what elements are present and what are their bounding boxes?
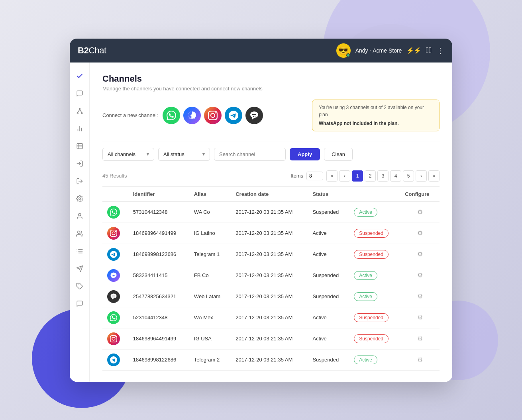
row-action-badge[interactable]: Active <box>354 292 377 301</box>
row-action-cell: Active <box>349 286 400 307</box>
page-2-btn[interactable]: 2 <box>365 170 376 182</box>
sidebar-item-comment[interactable] <box>73 297 87 311</box>
row-alias: Telegram 1 <box>189 244 231 265</box>
channel-select[interactable]: All channels <box>102 148 154 161</box>
sidebar-item-chart1[interactable] <box>73 121 87 136</box>
page-next-btn[interactable]: › <box>416 170 427 182</box>
lightning-icon: ⚡⚡ <box>406 47 421 54</box>
col-status: Status <box>308 187 349 201</box>
sidebar-item-logout[interactable] <box>73 174 87 188</box>
page-1-btn[interactable]: 1 <box>352 170 363 182</box>
page-5-btn[interactable]: 5 <box>403 170 414 182</box>
warning-box: You're using 3 channels out of 2 availab… <box>312 100 440 131</box>
row-configure-cell: ⚙ <box>400 223 440 244</box>
more-options-icon[interactable]: ⋮ <box>436 46 444 55</box>
sidebar-item-check[interactable] <box>73 69 87 83</box>
channels-table: Identifier Alias Creation date Status Co… <box>102 186 440 371</box>
svg-rect-8 <box>77 143 82 149</box>
search-input[interactable] <box>214 148 286 161</box>
row-channel-icon <box>102 265 128 286</box>
row-configure-cell: ⚙ <box>400 244 440 265</box>
row-alias: WA Co <box>189 201 231 223</box>
configure-gear-icon[interactable]: ⚙ <box>417 272 423 279</box>
main-content: Channels Manage the channels you have co… <box>90 63 452 382</box>
channel-icons <box>163 107 263 124</box>
configure-gear-icon[interactable]: ⚙ <box>417 293 423 300</box>
configure-gear-icon[interactable]: ⚙ <box>417 356 423 363</box>
row-action-badge[interactable]: Active <box>354 208 377 217</box>
messenger-button[interactable] <box>183 107 201 124</box>
page-4-btn[interactable]: 4 <box>390 170 401 182</box>
sidebar-item-send[interactable] <box>73 262 87 276</box>
configure-gear-icon[interactable]: ⚙ <box>417 230 423 236</box>
whatsapp-button[interactable] <box>163 107 180 124</box>
divider <box>102 141 440 141</box>
row-action-badge[interactable]: Active <box>354 356 377 364</box>
row-action-badge[interactable]: Active <box>354 271 377 280</box>
row-alias: Web Latam <box>189 286 231 307</box>
pagination: Items 8 16 24 « ‹ 1 2 3 4 5 › » <box>290 170 440 182</box>
row-date: 2017-12-20 03:21:35 AM <box>231 244 308 265</box>
page-last-btn[interactable]: » <box>428 170 440 182</box>
row-channel-icon <box>102 328 128 349</box>
page-3-btn[interactable]: 3 <box>377 170 389 182</box>
table-header-row: Identifier Alias Creation date Status Co… <box>102 187 440 201</box>
col-icon <box>102 187 128 201</box>
online-dot <box>346 53 350 57</box>
row-date: 2017-12-20 03:21:35 AM <box>231 328 308 349</box>
connect-section: Connect a new channel: <box>102 100 440 131</box>
row-date: 2017-12-20 03:21:35 AM <box>231 201 308 223</box>
sidebar-item-list[interactable] <box>73 244 87 258</box>
configure-gear-icon[interactable]: ⚙ <box>417 314 423 321</box>
configure-gear-icon[interactable]: ⚙ <box>417 251 423 258</box>
col-date: Creation date <box>231 187 308 201</box>
sidebar-item-people[interactable] <box>73 227 87 241</box>
row-channel-icon <box>102 307 128 328</box>
row-configure-cell: ⚙ <box>400 286 440 307</box>
configure-gear-icon[interactable]: ⚙ <box>417 209 423 215</box>
row-identifier: 184698998122686 <box>128 349 189 370</box>
sidebar-item-tag[interactable] <box>73 279 87 293</box>
col-alias: Alias <box>189 187 231 201</box>
sidebar <box>70 63 90 382</box>
page-subtitle: Manage the channels you have connected a… <box>102 86 440 92</box>
webchat-button[interactable] <box>245 107 263 124</box>
row-configure-cell: ⚙ <box>400 349 440 370</box>
row-action-badge[interactable]: Suspended <box>354 250 389 259</box>
clean-button[interactable]: Clean <box>324 148 353 161</box>
page-prev-btn[interactable]: ‹ <box>339 170 350 182</box>
svg-point-16 <box>77 231 80 233</box>
row-action-badge[interactable]: Suspended <box>354 229 389 238</box>
logo-light: Chat <box>88 45 106 55</box>
status-select-wrap: All status ▼ <box>158 148 210 161</box>
telegram-button[interactable] <box>225 107 242 124</box>
page-first-btn[interactable]: « <box>326 170 338 182</box>
sidebar-item-network[interactable] <box>73 104 87 118</box>
connect-label: Connect a new channel: <box>102 112 158 118</box>
apply-button[interactable]: Apply <box>290 148 320 160</box>
sidebar-item-settings[interactable] <box>73 191 87 206</box>
row-date: 2017-12-20 03:21:35 AM <box>231 265 308 286</box>
items-per-page-select[interactable]: 8 16 24 <box>306 172 323 180</box>
sidebar-item-person[interactable] <box>73 209 87 223</box>
table-row: 583234411415 FB Co 2017-12-20 03:21:35 A… <box>102 265 440 286</box>
row-identifier: 523104412348 <box>128 307 189 328</box>
row-action-badge[interactable]: Suspended <box>354 313 389 322</box>
instagram-button[interactable] <box>204 107 222 124</box>
row-channel-icon <box>102 201 128 223</box>
table-row: 184698998122686 Telegram 2 2017-12-20 03… <box>102 349 440 370</box>
row-identifier: 184698998122686 <box>128 244 189 265</box>
col-configure: Configure <box>400 187 440 201</box>
row-channel-icon <box>102 244 128 265</box>
row-action-cell: Active <box>349 265 400 286</box>
sidebar-item-chat[interactable] <box>73 86 87 101</box>
row-alias: Telegram 2 <box>189 349 231 370</box>
sidebar-item-chart2[interactable] <box>73 139 87 153</box>
status-select[interactable]: All status <box>158 148 210 161</box>
row-action-badge[interactable]: Suspended <box>354 334 389 343</box>
messages-icon[interactable]: ☰⃝ <box>426 46 432 55</box>
sidebar-item-login[interactable] <box>73 156 87 171</box>
row-identifier: 583234411415 <box>128 265 189 286</box>
configure-gear-icon[interactable]: ⚙ <box>417 335 423 342</box>
svg-line-3 <box>77 109 79 113</box>
